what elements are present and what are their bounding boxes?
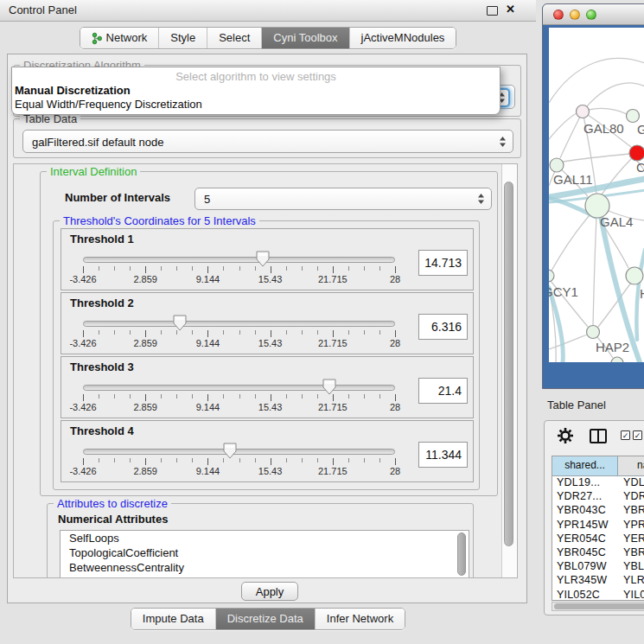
application-window: Control Panel ✕ NetworkStyleSelectCyni T… xyxy=(0,0,644,644)
network-edge[interactable] xyxy=(549,335,587,349)
tick-label: -3.426 xyxy=(64,274,102,284)
table-row[interactable]: YDL19...YDL1 xyxy=(552,476,644,490)
tab-select[interactable]: Select xyxy=(207,28,261,48)
cell-shared-name: YBR043C xyxy=(552,504,618,518)
network-node-gcy1[interactable] xyxy=(549,270,554,282)
bottom-tab-bar: Impute DataDiscretize DataInfer Network xyxy=(0,608,536,630)
scrollbar-thumb[interactable] xyxy=(457,532,466,576)
table-row[interactable]: YIL052CYIL0 xyxy=(552,589,644,602)
settings-scrollbar[interactable] xyxy=(501,164,517,577)
tick-mark xyxy=(302,330,303,335)
dropdown-option-manual[interactable]: Manual Discretization xyxy=(12,84,500,98)
tick-mark xyxy=(255,330,256,335)
tick-mark xyxy=(317,458,318,462)
tab-network[interactable]: Network xyxy=(80,28,159,48)
tick-mark xyxy=(83,330,84,337)
slider-track[interactable] xyxy=(83,257,395,263)
threshold-value-field[interactable]: 6.316 xyxy=(418,314,468,340)
tab-discretize-data[interactable]: Discretize Data xyxy=(215,609,315,629)
apply-button[interactable]: Apply xyxy=(241,582,298,601)
table-row[interactable]: YER054CYER0 xyxy=(552,532,644,546)
threshold-value-field[interactable]: 21.4 xyxy=(418,378,468,404)
tab-impute-data[interactable]: Impute Data xyxy=(131,609,215,629)
slider-track[interactable] xyxy=(83,321,395,327)
close-traffic-light-icon[interactable] xyxy=(553,10,564,20)
network-edge[interactable] xyxy=(563,154,629,162)
network-edge[interactable] xyxy=(552,215,590,271)
zoom-traffic-light-icon[interactable] xyxy=(586,10,596,20)
network-edge[interactable] xyxy=(583,83,644,112)
tab-style[interactable]: Style xyxy=(158,28,207,48)
cell-name: YBL0 xyxy=(618,560,644,574)
table-row[interactable]: YDR27...YDR2 xyxy=(552,490,644,504)
threshold-label: Threshold 1 xyxy=(70,233,134,245)
tick-mark xyxy=(99,266,99,271)
tab-cyni-toolbox[interactable]: Cyni Toolbox xyxy=(261,28,348,48)
threshold-value-field[interactable]: 14.713 xyxy=(418,250,468,276)
dropdown-option-equal-width[interactable]: Equal Width/Frequency Discretization xyxy=(12,98,500,112)
tick-mark xyxy=(83,266,84,273)
close-icon[interactable]: ✕ xyxy=(506,3,515,16)
table-horizontal-scrollbar[interactable] xyxy=(552,602,644,611)
network-node-hap2[interactable] xyxy=(587,326,600,339)
network-edge[interactable] xyxy=(593,218,596,325)
network-node-h[interactable] xyxy=(626,267,643,284)
network-node-ga[interactable] xyxy=(627,110,640,123)
network-canvas[interactable]: GAL80GACGAL11GAL4GCY1HHAP2 xyxy=(549,28,644,362)
tick-mark xyxy=(379,458,380,462)
float-window-icon[interactable] xyxy=(487,6,498,16)
cell-name: YPR1 xyxy=(618,519,644,532)
network-edge[interactable] xyxy=(589,108,627,114)
num-intervals-spinner[interactable]: 5 xyxy=(194,188,492,210)
cell-name: YDL1 xyxy=(618,476,644,490)
numerical-attributes-list[interactable]: SelfLoopsTopologicalCoefficientBetweenne… xyxy=(60,530,469,578)
table-row[interactable]: YBL079WYBL0 xyxy=(552,560,644,574)
network-window-titlebar[interactable] xyxy=(543,4,644,25)
tick-mark xyxy=(255,394,256,399)
tick-mark xyxy=(364,394,365,399)
attribute-list-item[interactable]: TopologicalCoefficient xyxy=(61,545,469,560)
cell-name: YIL0 xyxy=(618,589,644,602)
table-data-combobox[interactable]: galFiltered.sif default node xyxy=(22,130,513,153)
table-row[interactable]: YLR345WYLR3 xyxy=(552,574,644,588)
network-edge[interactable] xyxy=(549,113,577,139)
tick-mark xyxy=(83,458,84,465)
slider-track[interactable] xyxy=(83,385,395,391)
scrollbar-thumb[interactable] xyxy=(554,603,644,609)
table-panel-toolbar: ✓ ✓ xyxy=(545,426,644,450)
gear-icon[interactable] xyxy=(557,427,574,444)
threshold-value-field[interactable]: 11.344 xyxy=(418,442,468,468)
slider-thumb[interactable] xyxy=(223,443,237,459)
attributes-list-scrollbar[interactable] xyxy=(457,532,467,578)
network-node-gal80[interactable] xyxy=(577,105,590,118)
slider-track[interactable] xyxy=(83,449,395,455)
tick-label: 2.859 xyxy=(126,338,164,348)
network-node-c[interactable] xyxy=(629,145,644,161)
table-row[interactable]: YPR145WYPR1 xyxy=(552,519,644,532)
tick-mark xyxy=(271,458,271,465)
column-header-shared-name[interactable]: shared... xyxy=(552,456,618,475)
attribute-list-item[interactable]: BetweennessCentrality xyxy=(61,560,469,575)
split-column-icon[interactable] xyxy=(590,429,607,443)
tick-label: 28 xyxy=(376,338,414,348)
table-row[interactable]: YBR043CYBR0 xyxy=(552,504,644,518)
checkbox-icon[interactable]: ✓ xyxy=(621,430,630,440)
slider-thumb[interactable] xyxy=(322,379,336,395)
tick-mark xyxy=(130,458,131,462)
network-edge[interactable] xyxy=(560,112,583,158)
tick-label: 21.715 xyxy=(314,274,352,284)
network-node-gal11[interactable] xyxy=(550,158,564,172)
minimize-traffic-light-icon[interactable] xyxy=(570,10,580,20)
tab-jactivemnodules[interactable]: jActiveMNodules xyxy=(349,28,456,48)
slider-thumb[interactable] xyxy=(173,315,187,331)
slider-thumb[interactable] xyxy=(256,251,270,267)
table-row[interactable]: YBR045CYBR0 xyxy=(552,546,644,560)
tab-infer-network[interactable]: Infer Network xyxy=(315,609,405,629)
tick-mark xyxy=(348,394,349,399)
tick-mark xyxy=(192,330,193,335)
column-header-name[interactable]: na xyxy=(618,456,644,475)
tick-mark xyxy=(333,330,334,337)
scrollbar-thumb[interactable] xyxy=(504,182,513,546)
attribute-list-item[interactable]: SelfLoops xyxy=(61,531,469,545)
checkbox-icon[interactable]: ✓ xyxy=(633,430,642,440)
